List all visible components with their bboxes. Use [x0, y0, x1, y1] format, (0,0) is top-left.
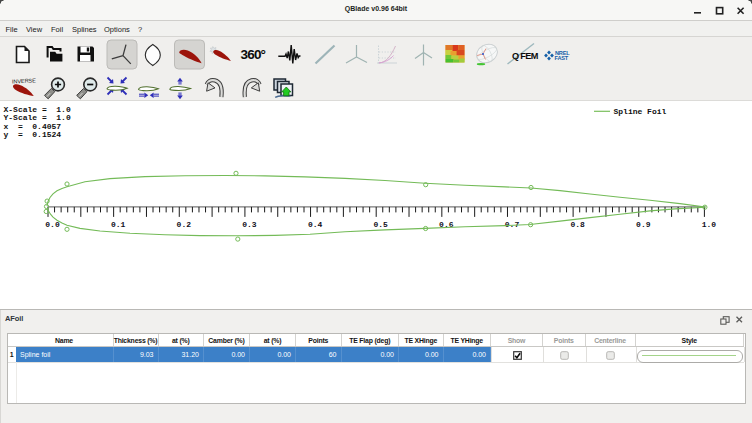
svg-text:Q FEM: Q FEM [512, 51, 539, 61]
svg-text:0.2: 0.2 [177, 220, 192, 229]
svg-text:0.5: 0.5 [373, 220, 388, 229]
svg-text:INVERSE: INVERSE [12, 77, 37, 84]
svg-text:360°: 360° [241, 47, 266, 62]
svg-text:0.1: 0.1 [111, 220, 126, 229]
svg-text:1.0: 1.0 [702, 220, 717, 229]
svg-text:FAST: FAST [555, 55, 569, 61]
svg-text:y = 0.1524: y = 0.1524 [4, 130, 62, 139]
svg-text:0.8: 0.8 [570, 220, 585, 229]
svg-text:0.3: 0.3 [242, 220, 257, 229]
svg-text:0.9: 0.9 [636, 220, 651, 229]
svg-text:0.0: 0.0 [45, 220, 60, 229]
svg-text:Spline Foil: Spline Foil [614, 107, 667, 116]
svg-text:0.4: 0.4 [308, 220, 323, 229]
